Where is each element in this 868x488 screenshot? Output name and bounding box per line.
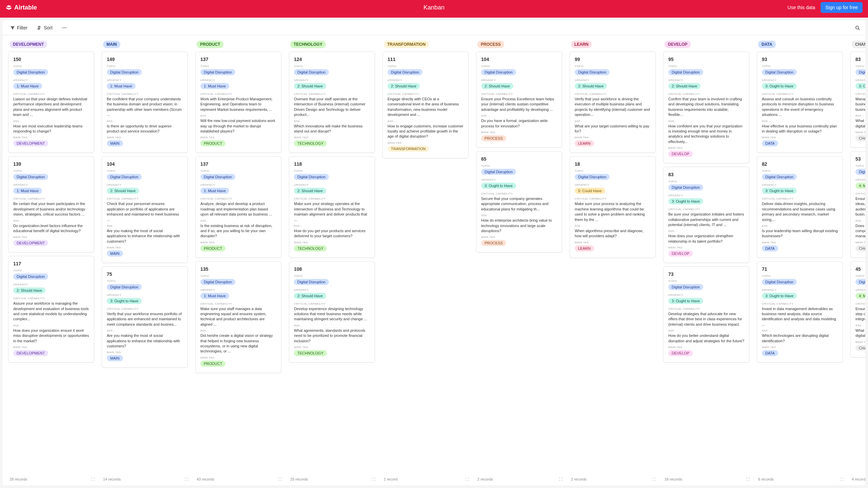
field-label-ask: ASK...: [294, 224, 370, 227]
expand-icon[interactable]: [91, 477, 95, 481]
card-id: 104: [481, 57, 557, 62]
kanban-card[interactable]: 45TOPICDigital DisruptionURGENCY4: Might…: [850, 261, 865, 358]
column-header[interactable]: LEARN: [570, 41, 658, 48]
field-label-urgency: URGENCY: [13, 183, 89, 186]
expand-icon[interactable]: [465, 477, 469, 481]
card-id: 83: [668, 172, 744, 177]
field-label-urgency: URGENCY: [13, 79, 89, 82]
kanban-card[interactable]: 99TOPICDigital DisruptionURGENCY2: Shoul…: [570, 52, 656, 153]
field-label-maintag: MAIN TAG: [575, 136, 651, 139]
cards-container[interactable]: 99TOPICDigital DisruptionURGENCY2: Shoul…: [570, 52, 658, 474]
kanban-card[interactable]: 93TOPICDigital DisruptionURGENCY3: Ought…: [757, 52, 843, 153]
kanban-card[interactable]: 150TOPICDigital DisruptionURGENCY1: Must…: [8, 52, 94, 153]
cards-container[interactable]: 111TOPICDigital DisruptionURGENCY2: Shou…: [382, 52, 471, 474]
column-title: DEVELOPMENT: [9, 41, 47, 48]
cards-container[interactable]: 95TOPICDigital DisruptionURGENCY2: Shoul…: [663, 52, 751, 474]
kanban-column: PRODUCT137TOPICDigital DisruptionURGENCY…: [195, 41, 283, 483]
cards-container[interactable]: 137TOPICDigital DisruptionURGENCY1: Must…: [195, 52, 283, 474]
topic-pill: Digital Disruption: [107, 174, 142, 180]
kanban-card[interactable]: 104TOPICDigital DisruptionURGENCY2: Shou…: [476, 52, 562, 148]
column-header[interactable]: MAIN: [102, 41, 190, 48]
kanban-card[interactable]: 108TOPICDigital DisruptionURGENCY2: Shou…: [289, 261, 375, 363]
field-label-topic: TOPIC: [762, 65, 838, 68]
kanban-card[interactable]: 83TOPICDigital DisruptionURGENCY3: Ought…: [850, 52, 865, 148]
field-label-urgency: URGENCY: [294, 288, 370, 291]
urgency-pill: 3: Ought to Have: [668, 198, 703, 204]
column-header[interactable]: TRANSFORMATION: [382, 41, 471, 48]
expand-icon[interactable]: [652, 477, 656, 481]
kanban-card[interactable]: 65TOPICDigital DisruptionURGENCY3: Ought…: [476, 151, 562, 252]
field-label-urgency: URGENCY: [668, 194, 744, 197]
kanban-card[interactable]: 83TOPICDigital DisruptionURGENCY3: Ought…: [663, 167, 749, 263]
column-header[interactable]: CHANGE: [850, 41, 865, 48]
cards-container[interactable]: 83TOPICDigital DisruptionURGENCY3: Ought…: [850, 52, 865, 474]
signup-button[interactable]: Sign up for free: [821, 2, 863, 13]
capability-text: Invest in data management deliverables a…: [762, 306, 838, 327]
main-tag-pill: LEARN: [575, 140, 594, 146]
kanban-card[interactable]: 75TOPICDigital DisruptionURGENCY3: Ought…: [102, 266, 188, 368]
capability-text: Verify that your workforce ensures portf…: [107, 311, 183, 327]
filter-button[interactable]: Filter: [8, 24, 29, 32]
cards-container[interactable]: 93TOPICDigital DisruptionURGENCY3: Ought…: [757, 52, 845, 474]
column-header[interactable]: PRODUCT: [195, 41, 283, 48]
field-label-maintag: MAIN TAG: [855, 131, 865, 134]
brand-logo[interactable]: Airtable: [5, 4, 37, 11]
kanban-card[interactable]: 139TOPICDigital DisruptionURGENCY1: Must…: [8, 156, 94, 252]
field-label-capability: CRITICAL CAPABILITY: [481, 192, 557, 195]
expand-icon[interactable]: [746, 477, 750, 481]
cards-container[interactable]: 150TOPICDigital DisruptionURGENCY1: Must…: [8, 52, 96, 474]
kanban-board[interactable]: DEVELOPMENT150TOPICDigital DisruptionURG…: [3, 35, 865, 485]
expand-icon[interactable]: [559, 477, 563, 481]
capability-text: Ensure you are able to describe complex …: [855, 196, 865, 217]
kanban-card[interactable]: 95TOPICDigital DisruptionURGENCY2: Shoul…: [663, 52, 749, 163]
urgency-pill: 3: Ought to Have: [762, 188, 797, 194]
kanban-card[interactable]: 71TOPICDigital DisruptionURGENCY3: Ought…: [757, 261, 843, 363]
column-header[interactable]: DATA: [757, 41, 845, 48]
topic-pill: Digital Disruption: [107, 69, 142, 75]
column-footer: 1 record: [382, 474, 471, 483]
search-icon[interactable]: [855, 25, 860, 30]
expand-icon[interactable]: [372, 477, 376, 481]
kanban-card[interactable]: 104TOPICDigital DisruptionURGENCY2: Shou…: [102, 156, 188, 263]
cards-container[interactable]: 104TOPICDigital DisruptionURGENCY2: Shou…: [476, 52, 564, 474]
kanban-card[interactable]: 137TOPICDigital DisruptionURGENCY1: Must…: [195, 52, 281, 153]
field-label-maintag: MAIN TAG: [294, 136, 370, 139]
expand-icon[interactable]: [840, 477, 844, 481]
kanban-card[interactable]: 118TOPICDigital DisruptionURGENCY2: Shou…: [289, 156, 375, 258]
expand-icon[interactable]: [278, 477, 282, 481]
column-header[interactable]: TECHNOLOGY: [289, 41, 377, 48]
main-tag-pill: DEVELOPMENT: [13, 350, 48, 356]
cards-container[interactable]: 124TOPICDigital DisruptionURGENCY2: Shou…: [289, 52, 377, 474]
kanban-card[interactable]: 18TOPICDigital DisruptionURGENCY5: Could…: [570, 156, 656, 258]
column-header[interactable]: PROCESS: [476, 41, 564, 48]
kanban-card[interactable]: 53TOPICDigital DisruptionURGENCY4: Might…: [850, 151, 865, 258]
kanban-column: MAIN149TOPICDigital DisruptionURGENCY1: …: [102, 41, 190, 483]
kanban-card[interactable]: 117TOPICDigital DisruptionURGENCY2: Shou…: [8, 256, 94, 363]
expand-icon[interactable]: [184, 477, 189, 481]
kanban-card[interactable]: 82TOPICDigital DisruptionURGENCY3: Ought…: [757, 156, 843, 258]
kanban-card[interactable]: 149TOPICDigital DisruptionURGENCY1: Must…: [102, 52, 188, 153]
use-this-data-link[interactable]: Use this data: [788, 5, 815, 10]
capability-text: Be confident that your company understan…: [107, 97, 183, 118]
field-label-topic: TOPIC: [668, 65, 744, 68]
card-id: 137: [200, 57, 276, 62]
ask-text: How do enterprise architects bring value…: [481, 218, 557, 233]
ask-text: Are you making the most of social applic…: [107, 333, 183, 349]
field-label-capability: CRITICAL CAPABILITY: [107, 93, 183, 96]
kanban-card[interactable]: 135TOPICDigital DisruptionURGENCY1: Must…: [195, 261, 281, 373]
sort-button[interactable]: Sort: [35, 24, 55, 32]
field-label-ask: ASK...: [762, 329, 838, 332]
column-header[interactable]: DEVELOPMENT: [8, 41, 96, 48]
cards-container[interactable]: 149TOPICDigital DisruptionURGENCY1: Must…: [102, 52, 190, 474]
more-icon: [62, 25, 67, 30]
kanban-card[interactable]: 111TOPICDigital DisruptionURGENCY2: Shou…: [382, 52, 469, 158]
kanban-card[interactable]: 73TOPICDigital DisruptionURGENCY3: Ought…: [663, 266, 749, 363]
column-footer: 14 records: [102, 474, 190, 483]
column-header[interactable]: DEVELOP: [663, 41, 751, 48]
field-label-urgency: URGENCY: [200, 79, 276, 82]
kanban-card[interactable]: 124TOPICDigital DisruptionURGENCY2: Shou…: [289, 52, 375, 153]
more-button[interactable]: [60, 24, 69, 32]
field-label-ask: ASK...: [575, 120, 651, 123]
kanban-card[interactable]: 137TOPICDigital DisruptionURGENCY1: Must…: [195, 156, 281, 258]
field-label-urgency: URGENCY: [294, 79, 370, 82]
